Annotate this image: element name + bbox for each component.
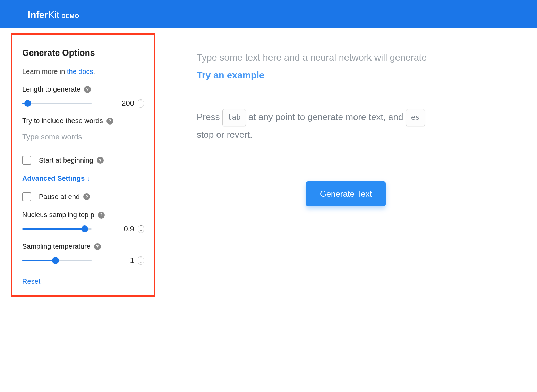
help-icon[interactable]: ? [106,118,113,125]
top-p-label: Nucleus sampling top p ? [22,211,144,219]
temperature-number-group: 1 ⌃ ⌄ [117,256,144,265]
key-esc: es [406,109,425,126]
editor-area: Type some text here and a neural network… [155,28,537,297]
brand-bold: Infer [28,9,48,20]
pause-end-label: Pause at end ? [39,193,90,201]
top-p-value: 0.9 [117,224,134,233]
slider-thumb[interactable] [81,225,88,232]
pause-end-text: Pause at end [39,193,80,201]
slider-fill [22,228,85,230]
top-p-slider[interactable] [22,225,92,232]
docs-link[interactable]: the docs [67,68,93,75]
keywords-input[interactable] [22,130,144,145]
temperature-slider[interactable] [22,257,92,264]
pause-end-row: Pause at end ? [22,192,144,201]
try-example-link[interactable]: Try an example [197,70,264,81]
main-layout: Generate Options Learn more in the docs.… [0,28,537,297]
length-label: Length to generate ? [22,85,144,93]
temperature-value: 1 [117,256,134,265]
length-slider-row: 200 ⌃ ⌄ [22,99,144,108]
key-tab: tab [222,109,246,126]
length-slider[interactable] [22,100,92,107]
learn-more-text: Learn more in the docs. [22,68,144,76]
stepper-down-icon[interactable]: ⌄ [138,103,144,107]
length-number-group: 200 ⌃ ⌄ [117,99,144,108]
help-icon[interactable]: ? [83,193,90,200]
advanced-settings-toggle[interactable]: Advanced Settings ↓ [22,174,90,182]
slider-thumb[interactable] [52,257,59,264]
temperature-label-text: Sampling temperature [22,242,91,250]
learn-prefix: Learn more in [22,68,67,75]
top-p-stepper[interactable]: ⌃ ⌄ [138,225,144,233]
generate-button[interactable]: Generate Text [306,181,386,206]
stepper-down-icon[interactable]: ⌄ [138,261,144,264]
panel-title: Generate Options [22,48,144,58]
instr-part2: at any point to generate more text, and [248,112,406,122]
pause-end-checkbox[interactable] [22,192,31,201]
instr-part3: stop or revert. [197,129,252,140]
brand-demo-badge: DEMO [61,13,79,19]
instr-part1: Press [197,112,222,122]
help-icon[interactable]: ? [97,157,104,164]
length-stepper[interactable]: ⌃ ⌄ [138,99,144,108]
start-beginning-checkbox[interactable] [22,156,31,165]
reset-link[interactable]: Reset [22,278,40,286]
learn-suffix: . [93,68,95,75]
temperature-label: Sampling temperature ? [22,242,144,250]
start-beginning-text: Start at beginning [39,156,93,164]
help-icon[interactable]: ? [84,86,91,93]
start-beginning-label: Start at beginning ? [39,156,104,164]
editor-placeholder[interactable]: Type some text here and a neural network… [197,52,537,63]
length-label-text: Length to generate [22,85,80,93]
instructions-text: Press tab at any point to generate more … [197,109,537,143]
help-icon[interactable]: ? [98,212,105,219]
top-p-slider-row: 0.9 ⌃ ⌄ [22,224,144,233]
top-p-label-text: Nucleus sampling top p [22,211,94,219]
app-header: InferKit DEMO [0,2,537,28]
stepper-down-icon[interactable]: ⌄ [138,229,144,233]
temperature-stepper[interactable]: ⌃ ⌄ [138,256,144,265]
slider-fill [22,260,56,261]
generate-options-panel: Generate Options Learn more in the docs.… [11,33,155,297]
keywords-label-text: Try to include these words [22,117,103,125]
length-value: 200 [117,99,134,108]
slider-track [22,103,92,104]
brand-light: Kit [48,9,59,20]
top-p-number-group: 0.9 ⌃ ⌄ [117,224,144,233]
help-icon[interactable]: ? [94,243,101,250]
keywords-label: Try to include these words ? [22,117,144,125]
temperature-slider-row: 1 ⌃ ⌄ [22,256,144,265]
slider-thumb[interactable] [24,100,31,107]
start-beginning-row: Start at beginning ? [22,156,144,165]
